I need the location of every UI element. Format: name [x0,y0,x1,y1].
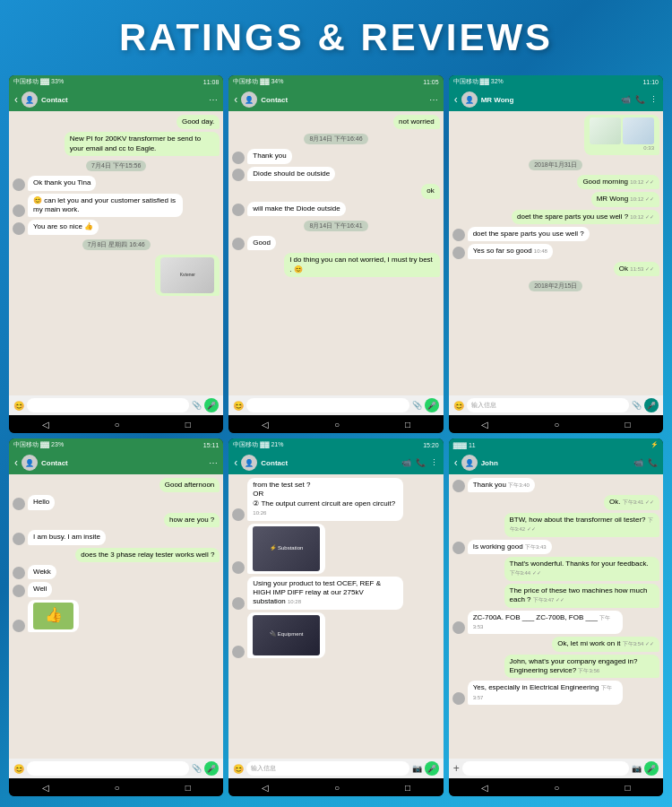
phone-screen-6: ▓▓▓ 11 ⚡ ‹ 👤 John 📹 📞 Thank you 下午3:40 O… [449,438,663,796]
msg-3-2: MR Wong 10:12 ✓✓ [591,192,659,206]
msg-2-6: Good [247,236,276,250]
back-icon-1[interactable]: ‹ [14,93,18,106]
attach-icon-2[interactable]: 📎 [412,401,422,410]
recent-nav-4[interactable]: □ [185,783,191,793]
emoji-btn-1[interactable]: 😊 [13,401,24,411]
chat-input-4: 😊 📎 🎤 [9,759,223,778]
home-nav-1[interactable]: ○ [115,420,120,430]
more-icon-2[interactable]: ⋯ [429,95,438,105]
avatar-5-3 [232,597,245,610]
msg-6-10: Yes, especially in Electrical Engineerin… [468,681,623,705]
mic-btn-6[interactable]: 🎤 [644,761,659,776]
msg-6-7: ZC-700A. FOB ___ ZC-700B, FOB ___ 下午3:53 [468,611,623,635]
camera-icon-6[interactable]: 📷 [632,764,642,773]
msg-2-1: not worried [393,115,440,129]
mic-btn-1[interactable]: 🎤 [204,398,219,412]
recent-nav-5[interactable]: □ [405,783,410,793]
call-icon-3[interactable]: 📞 [635,95,645,104]
phone-screen-3: 中国移动 ▓▓ 32% 11:10 ‹ 👤 MR Wong 📹 📞 ⋮ [449,75,663,433]
more-icon-1[interactable]: ⋯ [209,95,218,105]
recent-nav-1[interactable]: □ [185,420,191,430]
back-icon-6[interactable]: ‹ [454,456,458,469]
video-icon-5[interactable]: 📹 [401,458,411,467]
msg-1-2: New PI for 200KV transformer be send to … [65,132,220,156]
home-nav-3[interactable]: ○ [554,420,559,430]
msg-4-6: Wekk [28,565,56,579]
input-field-4[interactable] [27,761,189,776]
video-icon-6[interactable]: 📹 [633,458,643,467]
mic-btn-3[interactable]: 🎤 [644,398,659,412]
back-icon-5[interactable]: ‹ [234,456,237,469]
contact-name-6: John [481,459,498,467]
msg-3-1: Good morning 10:12 ✓✓ [577,175,659,189]
mic-btn-2[interactable]: 🎤 [425,398,439,412]
date-1-2: 7月8日 星期四 16:46 [82,239,151,250]
date-3-2: 2018年2月15日 [529,281,582,291]
input-field-6[interactable] [462,761,629,776]
attach-icon-1[interactable]: 📎 [192,401,202,410]
avatar-6-4 [452,692,465,705]
call-icon-6[interactable]: 📞 [648,458,658,467]
chat-body-5: from the test set ?OR② The output curren… [228,474,443,759]
chat-header-5: ‹ 👤 Contact 📹 📞 ⋮ [228,451,443,474]
call-icon-5[interactable]: 📞 [416,458,426,467]
back-nav-5[interactable]: ◁ [262,783,269,793]
back-nav-2[interactable]: ◁ [262,420,269,430]
phone-screen-5: 中国移动 ▓▓ 21% 15:20 ‹ 👤 Contact 📹 📞 ⋮ from… [228,438,443,796]
msg-1-img: Kvtener [155,255,220,296]
attach-icon-5[interactable]: 📷 [412,764,422,773]
mic-btn-4[interactable]: 🎤 [204,761,219,776]
msg-3-4: doet the spare parts you use well ? [468,227,590,241]
msg-2-2: Thank you [247,149,291,163]
emoji-btn-5[interactable]: 😊 [233,764,244,774]
contact-name-3: MR Wong [481,96,514,104]
recent-nav-2[interactable]: □ [405,420,410,430]
msg-4-4: I am busy. I am insite [28,530,106,544]
home-nav-5[interactable]: ○ [334,783,340,793]
chat-input-5: 😊 输入信息 📷 🎤 [228,759,443,778]
emoji-btn-2[interactable]: 😊 [233,401,244,411]
avatar-sm-1 [13,178,25,191]
back-nav-3[interactable]: ◁ [481,420,488,430]
msg-1-5: You are so nice 👍 [28,220,99,234]
back-nav-4[interactable]: ◁ [42,783,49,793]
more-icon-4[interactable]: ⋯ [209,458,218,468]
home-nav-2[interactable]: ○ [334,420,340,430]
avatar-3-1 [452,229,465,241]
avatar-4-3 [13,567,25,579]
input-field-5[interactable]: 输入信息 [246,761,409,776]
more-icon-5[interactable]: ⋮ [430,458,438,467]
nav-bar-3: ◁ ○ □ [449,415,663,433]
recent-nav-6[interactable]: □ [625,783,630,793]
back-nav-6[interactable]: ◁ [481,783,488,793]
input-field-2[interactable] [246,398,409,412]
back-icon-4[interactable]: ‹ [14,456,18,469]
input-field-3[interactable]: 输入信息 [467,398,629,412]
emoji-btn-3[interactable]: 😊 [453,401,464,411]
status-bar-3: 中国移动 ▓▓ 32% 11:10 [449,75,663,88]
home-nav-4[interactable]: ○ [115,783,120,793]
video-icon-3[interactable]: 📹 [621,95,631,104]
msg-5-img2: 🔌 Equipment [247,612,325,658]
date-2-1: 8月14日 下午16:46 [304,134,367,144]
recent-nav-3[interactable]: □ [625,420,630,430]
msg-5-1: from the test set ?OR② The output curren… [247,478,402,521]
emoji-btn-4[interactable]: 😊 [13,764,24,774]
add-btn-6[interactable]: + [453,762,460,775]
avatar-5-2 [232,561,245,574]
back-nav-1[interactable]: ◁ [42,420,49,430]
msg-2-7: I do thing you can not worried, I must t… [284,253,439,277]
attach-icon-3[interactable]: 📎 [632,401,642,410]
back-icon-3[interactable]: ‹ [454,93,458,106]
avatar-5-1 [232,508,245,521]
home-nav-6[interactable]: ○ [554,783,559,793]
avatar-6-3 [452,621,465,634]
more-icon-3[interactable]: ⋮ [650,95,658,104]
mic-btn-5[interactable]: 🎤 [425,761,439,776]
back-icon-2[interactable]: ‹ [234,93,237,106]
attach-icon-4[interactable]: 📎 [192,764,202,773]
chat-header-3: ‹ 👤 MR Wong 📹 📞 ⋮ [449,88,663,111]
chat-input-6: + 📷 🎤 [449,759,663,778]
input-field-1[interactable] [27,398,189,412]
avatar-2-4 [232,238,245,250]
